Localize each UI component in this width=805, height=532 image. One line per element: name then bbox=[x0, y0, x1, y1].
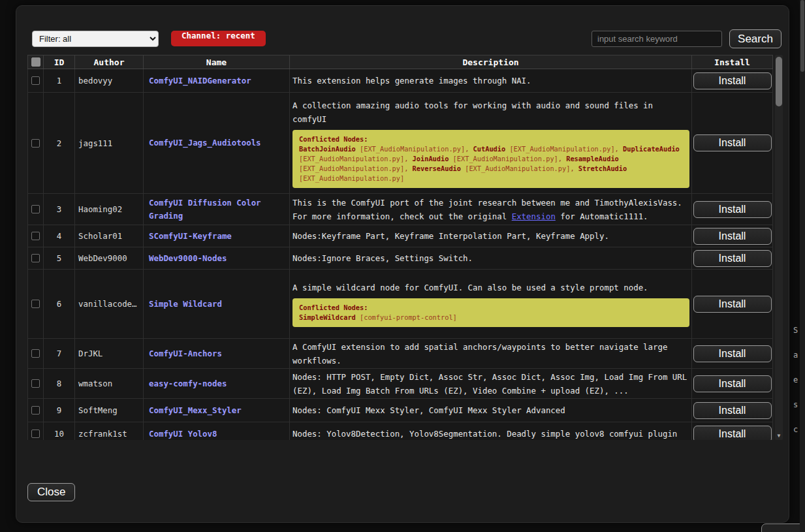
install-button[interactable]: Install bbox=[693, 402, 772, 419]
page-scrollbar-thumb[interactable] bbox=[800, 0, 804, 72]
screen: Filter: all Channel: recent Search ID Au… bbox=[0, 0, 805, 532]
row-id: 2 bbox=[44, 93, 75, 193]
scroll-down-arrow-icon[interactable]: ▼ bbox=[775, 433, 783, 439]
conflict-list: SimpleWildcard [comfyui-prompt-control] bbox=[299, 313, 683, 322]
install-button[interactable]: Install bbox=[693, 250, 772, 267]
table-row: 7 DrJKL ComfyUI-Anchors A ComfyUI extens… bbox=[27, 339, 773, 369]
install-button[interactable]: Install bbox=[693, 296, 772, 313]
row-author: jags111 bbox=[75, 93, 144, 193]
row-checkbox[interactable] bbox=[31, 349, 40, 358]
partial-occluded-button[interactable] bbox=[761, 524, 805, 532]
row-description: This extension helps generate images thr… bbox=[290, 69, 692, 92]
table-row: 3 Haoming02 ComfyUI Diffusion Color Grad… bbox=[27, 194, 773, 225]
row-author: DrJKL bbox=[75, 339, 144, 368]
page-scrollbar[interactable] bbox=[800, 0, 805, 532]
header-id: ID bbox=[44, 55, 75, 69]
header-checkbox-cell bbox=[27, 55, 44, 69]
row-checkbox[interactable] bbox=[31, 430, 40, 438]
row-author: bedovyy bbox=[75, 69, 144, 92]
checkbox-cell bbox=[27, 422, 44, 440]
row-id: 5 bbox=[44, 247, 75, 269]
checkbox-cell bbox=[27, 93, 44, 193]
table-header: ID Author Name Description Install bbox=[27, 55, 773, 69]
extension-name-link[interactable]: WebDev9000-Nodes bbox=[144, 247, 290, 269]
row-description: Nodes: HTTP POST, Empty Dict, Assoc Str,… bbox=[290, 369, 692, 398]
install-cell: Install bbox=[692, 369, 773, 398]
row-checkbox[interactable] bbox=[31, 254, 40, 262]
checkbox-cell bbox=[27, 399, 44, 422]
row-author: WebDev9000 bbox=[75, 247, 144, 269]
install-button[interactable]: Install bbox=[693, 134, 772, 151]
close-button[interactable]: Close bbox=[27, 483, 75, 501]
table-row: 4 Scholar01 SComfyUI-Keyframe Nodes:Keyf… bbox=[27, 225, 773, 247]
row-author: SoftMeng bbox=[75, 399, 144, 422]
row-checkbox[interactable] bbox=[31, 300, 40, 308]
conflicted-nodes-box: Conflicted Nodes: BatchJoinAudio [EXT_Au… bbox=[292, 130, 689, 188]
row-checkbox[interactable] bbox=[31, 139, 40, 148]
install-button[interactable]: Install bbox=[693, 375, 772, 392]
extension-name-link[interactable]: ComfyUI Diffusion Color Grading bbox=[144, 194, 290, 225]
row-description: A ComfyUI extension to add spatial ancho… bbox=[290, 339, 692, 368]
extension-name-link[interactable]: ComfyUI_NAIDGenerator bbox=[144, 69, 290, 92]
install-cell: Install bbox=[692, 270, 773, 338]
install-button[interactable]: Install bbox=[693, 426, 772, 441]
row-id: 10 bbox=[44, 422, 75, 440]
checkbox-cell bbox=[27, 339, 44, 368]
table-scrollbar-thumb[interactable] bbox=[776, 57, 782, 106]
table-row: 9 SoftMeng ComfyUI_Mexx_Styler Nodes: Co… bbox=[27, 399, 773, 422]
select-all-checkbox[interactable] bbox=[31, 57, 40, 67]
extension-name-link[interactable]: Simple Wildcard bbox=[144, 270, 290, 338]
row-description: This is the ComfyUI port of the joint re… bbox=[290, 194, 692, 225]
header-install: Install bbox=[692, 55, 773, 69]
install-cell: Install bbox=[692, 339, 773, 368]
row-checkbox[interactable] bbox=[31, 232, 40, 240]
header-name: Name bbox=[144, 55, 290, 69]
checkbox-cell bbox=[27, 194, 44, 225]
table-row: 10 zcfrank1st ComfyUI Yolov8 Nodes: Yolo… bbox=[27, 422, 773, 440]
conflict-title: Conflicted Nodes: bbox=[299, 134, 683, 144]
row-description: A collection amazing audio tools for wor… bbox=[290, 93, 692, 193]
extension-link[interactable]: Extension bbox=[512, 211, 556, 221]
install-button[interactable]: Install bbox=[693, 201, 772, 218]
custom-nodes-table: ID Author Name Description Install 1 bed… bbox=[27, 55, 783, 440]
install-cell: Install bbox=[692, 247, 773, 269]
table-scrollbar[interactable]: ▼ bbox=[775, 55, 783, 440]
row-checkbox[interactable] bbox=[31, 406, 40, 415]
install-button[interactable]: Install bbox=[693, 345, 772, 362]
row-checkbox[interactable] bbox=[31, 379, 40, 388]
checkbox-cell bbox=[27, 270, 44, 338]
extension-name-link[interactable]: ComfyUI_Jags_Audiotools bbox=[144, 93, 290, 193]
row-id: 9 bbox=[44, 399, 75, 422]
extension-name-link[interactable]: ComfyUI_Mexx_Styler bbox=[144, 399, 290, 422]
install-cell: Install bbox=[692, 69, 773, 92]
install-cell: Install bbox=[692, 422, 773, 440]
row-description: Nodes: ComfyUI Mexx Styler, ComfyUI Mexx… bbox=[290, 399, 692, 422]
header-description: Description bbox=[290, 55, 692, 69]
row-id: 1 bbox=[44, 69, 75, 92]
filter-select[interactable]: Filter: all bbox=[32, 31, 159, 47]
install-button[interactable]: Install bbox=[693, 72, 772, 89]
checkbox-cell bbox=[27, 69, 44, 92]
search-input[interactable] bbox=[592, 31, 722, 47]
install-cell: Install bbox=[692, 194, 773, 225]
table-row: 1 bedovyy ComfyUI_NAIDGenerator This ext… bbox=[27, 69, 773, 93]
extension-name-link[interactable]: easy-comfy-nodes bbox=[144, 369, 290, 398]
extension-name-link[interactable]: ComfyUI Yolov8 bbox=[144, 422, 290, 440]
search-button[interactable]: Search bbox=[729, 29, 781, 48]
table-row: 8 wmatson easy-comfy-nodes Nodes: HTTP P… bbox=[27, 369, 773, 399]
header-author: Author bbox=[75, 55, 144, 69]
row-description: Nodes:Ignore Braces, Settings Switch. bbox=[290, 247, 692, 269]
checkbox-cell bbox=[27, 369, 44, 398]
row-checkbox[interactable] bbox=[31, 76, 40, 85]
row-author: zcfrank1st bbox=[75, 422, 144, 440]
extension-name-link[interactable]: SComfyUI-Keyframe bbox=[144, 225, 290, 247]
row-id: 4 bbox=[44, 225, 75, 247]
extension-name-link[interactable]: ComfyUI-Anchors bbox=[144, 339, 290, 368]
install-cell: Install bbox=[692, 225, 773, 247]
table-row: 5 WebDev9000 WebDev9000-Nodes Nodes:Igno… bbox=[27, 247, 773, 270]
table-row: 6 vanillacode… Simple Wildcard A simple … bbox=[27, 270, 773, 339]
channel-badge: Channel: recent bbox=[171, 31, 266, 46]
install-button[interactable]: Install bbox=[693, 228, 772, 245]
row-checkbox[interactable] bbox=[31, 205, 40, 213]
conflicted-nodes-box: Conflicted Nodes: SimpleWildcard [comfyu… bbox=[292, 298, 689, 327]
